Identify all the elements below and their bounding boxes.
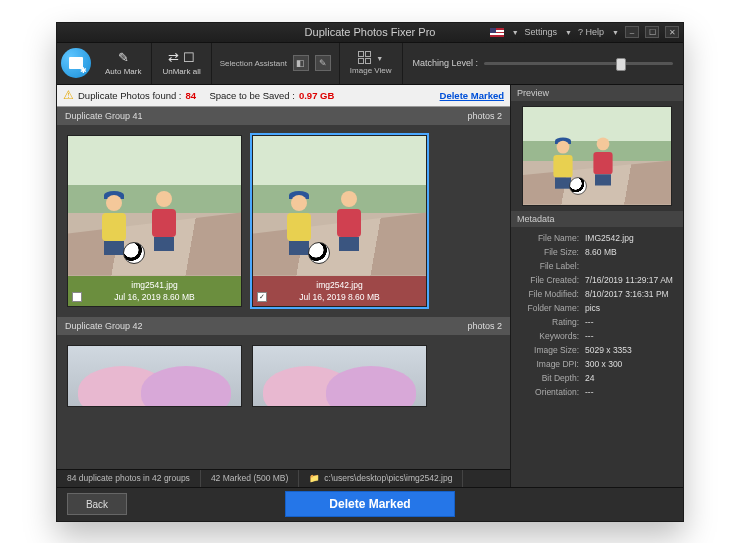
chevron-down-icon: ▼ [612,29,619,36]
mark-checkbox[interactable]: ✓ [257,292,267,302]
metadata-row: File Size:8.60 MB [517,245,677,259]
metadata-value: --- [585,331,677,341]
metadata-row: File Label: [517,259,677,273]
status-marked: 42 Marked (500 MB) [201,470,299,487]
metadata-row: File Created:7/16/2019 11:29:17 AM [517,273,677,287]
preview-thumbnail [522,106,672,206]
metadata-key: Rating: [517,317,585,327]
metadata-row: Keywords:--- [517,329,677,343]
selection-tool-1[interactable]: ◧ [293,55,309,71]
matching-level: Matching Level : [403,43,683,84]
photo-thumbnail [253,136,426,276]
status-summary: 84 duplicate photos in 42 groups [57,470,201,487]
chevron-down-icon: ▼ [512,29,519,36]
metadata-key: Bit Depth: [517,373,585,383]
settings-link[interactable]: Settings [525,27,558,37]
metadata-value: --- [585,387,677,397]
main-body: ⚠ Duplicate Photos found : 84 Space to b… [57,85,683,487]
minimize-button[interactable]: – [625,26,639,38]
photo-card[interactable] [67,345,242,407]
metadata-value: 300 x 300 [585,359,677,369]
photo-card[interactable]: img2541.jpg Jul 16, 2019 8.60 MB [67,135,242,307]
metadata-key: File Size: [517,247,585,257]
duplicate-count: 84 [186,90,197,101]
photo-card[interactable] [252,345,427,407]
metadata-key: Image Size: [517,345,585,355]
metadata-key: File Modified: [517,289,585,299]
metadata-key: File Name: [517,233,585,243]
metadata-header: Metadata [511,211,683,227]
matching-slider[interactable] [484,62,673,65]
titlebar-controls: ▼ Settings▼ ? Help▼ – ☐ ✕ [490,26,679,38]
side-panel: Preview Metadata File Name:IMG2542.jpgFi… [511,85,683,487]
language-flag-icon[interactable] [490,28,504,37]
metadata-value: --- [585,317,677,327]
logo-icon [61,48,91,78]
app-logo [57,43,95,84]
metadata-key: File Label: [517,261,585,271]
photo-card-selected[interactable]: ✓ img2542.jpg Jul 16, 2019 8.60 MB [252,135,427,307]
warning-icon: ⚠ [63,88,74,102]
preview-header: Preview [511,85,683,101]
folder-icon: 📁 [309,473,320,483]
metadata-row: Image Size:5029 x 3353 [517,343,677,357]
metadata-value: 5029 x 3353 [585,345,677,355]
metadata-value: pics [585,303,677,313]
chevron-down-icon: ▼ [376,55,383,62]
metadata-list: File Name:IMG2542.jpgFile Size:8.60 MBFi… [511,227,683,487]
selection-assistant: Selection Assistant ◧ ✎ [212,43,340,84]
metadata-key: Keywords: [517,331,585,341]
delete-marked-link[interactable]: Delete Marked [440,90,504,101]
metadata-value: 8/10/2017 3:16:31 PM [585,289,677,299]
metadata-key: Orientation: [517,387,585,397]
grid-icon [358,51,371,64]
metadata-row: Image DPI:300 x 300 [517,357,677,371]
unmark-button[interactable]: ⇄ ☐UnMark all [152,43,211,84]
help-link[interactable]: ? Help [578,27,604,37]
titlebar: Duplicate Photos Fixer Pro ▼ Settings▼ ?… [57,23,683,43]
metadata-row: File Modified:8/10/2017 3:16:31 PM [517,287,677,301]
photo-footer: ✓ img2542.jpg Jul 16, 2019 8.60 MB [253,276,426,306]
info-bar: ⚠ Duplicate Photos found : 84 Space to b… [57,85,510,107]
photo-footer: img2541.jpg Jul 16, 2019 8.60 MB [68,276,241,306]
metadata-row: Folder Name:pics [517,301,677,315]
status-path: 📁c:\users\desktop\pics\img2542.jpg [299,470,463,487]
preview-area [511,101,683,211]
delete-marked-button[interactable]: Delete Marked [285,491,455,517]
group-header[interactable]: Duplicate Group 41 photos 2 [57,107,510,125]
image-view-toggle[interactable]: ▼ Image View [340,43,403,84]
wand-icon: ✎ [118,50,129,65]
chevron-down-icon: ▼ [565,29,572,36]
space-saved: 0.97 GB [299,90,334,101]
photo-row [57,335,510,407]
app-title: Duplicate Photos Fixer Pro [305,26,436,38]
metadata-row: File Name:IMG2542.jpg [517,231,677,245]
metadata-value: 7/16/2019 11:29:17 AM [585,275,677,285]
maximize-button[interactable]: ☐ [645,26,659,38]
metadata-row: Orientation:--- [517,385,677,399]
footer: Back Delete Marked [57,487,683,521]
automark-button[interactable]: ✎Auto Mark [95,43,152,84]
group-header[interactable]: Duplicate Group 42 photos 2 [57,317,510,335]
metadata-value: 8.60 MB [585,247,677,257]
photo-thumbnail [68,136,241,276]
toolbar: ✎Auto Mark ⇄ ☐UnMark all Selection Assis… [57,43,683,85]
metadata-value [585,261,677,271]
close-button[interactable]: ✕ [665,26,679,38]
metadata-key: Folder Name: [517,303,585,313]
app-window: Duplicate Photos Fixer Pro ▼ Settings▼ ?… [56,22,684,522]
metadata-row: Bit Depth:24 [517,371,677,385]
metadata-key: File Created: [517,275,585,285]
metadata-value: IMG2542.jpg [585,233,677,243]
status-bar: 84 duplicate photos in 42 groups 42 Mark… [57,469,510,487]
results-panel: ⚠ Duplicate Photos found : 84 Space to b… [57,85,511,487]
mark-checkbox[interactable] [72,292,82,302]
photo-row: img2541.jpg Jul 16, 2019 8.60 MB ✓ img25… [57,125,510,317]
unmark-icon: ⇄ ☐ [168,50,195,65]
metadata-key: Image DPI: [517,359,585,369]
back-button[interactable]: Back [67,493,127,515]
metadata-value: 24 [585,373,677,383]
metadata-row: Rating:--- [517,315,677,329]
selection-tool-2[interactable]: ✎ [315,55,331,71]
